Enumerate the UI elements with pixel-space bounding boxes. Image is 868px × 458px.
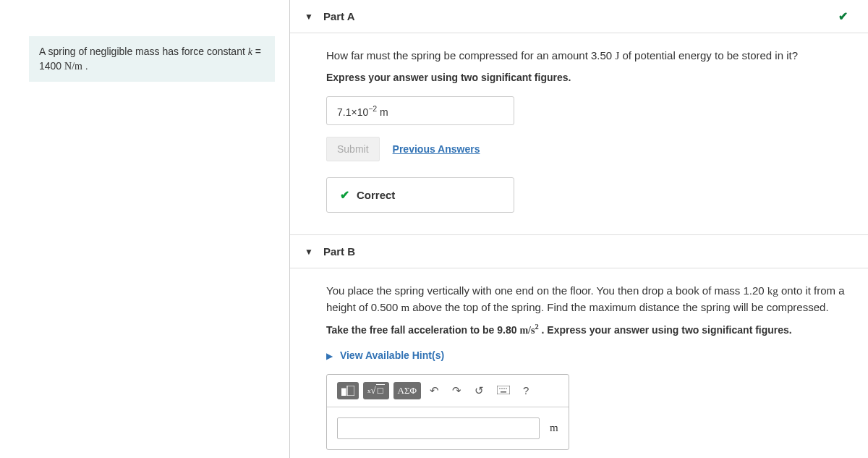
part-a-instruction: Express your answer using two significan… <box>326 72 846 83</box>
math-icon[interactable]: x√□ <box>363 382 389 399</box>
svg-rect-0 <box>341 389 346 396</box>
input-toolbar: x√□ ΑΣΦ ↶ ↷ ↺ ? <box>327 375 569 407</box>
view-hints[interactable]: ▶ View Available Hint(s) <box>326 349 846 361</box>
problem-period: . <box>82 60 88 72</box>
part-b-header[interactable]: ▼ Part B <box>290 234 868 268</box>
unit-nm: N/m <box>64 61 82 72</box>
caret-right-icon: ▶ <box>326 351 333 361</box>
svg-rect-1 <box>347 386 354 396</box>
submit-button-disabled: Submit <box>326 137 380 161</box>
svg-rect-2 <box>497 386 510 394</box>
answer-input-block: x√□ ΑΣΦ ↶ ↷ ↺ ? m <box>326 374 569 450</box>
help-icon[interactable]: ? <box>519 383 533 398</box>
part-b-question: You place the spring vertically with one… <box>326 283 846 315</box>
ans-coeff: 7.1 <box>337 106 351 117</box>
ib-pre: Take the free fall acceleration to be 9.… <box>326 324 519 336</box>
qb-post: above the top of the spring. Find the ma… <box>409 301 828 313</box>
svg-point-4 <box>501 389 503 390</box>
svg-point-5 <box>503 389 505 390</box>
ans-unit: m <box>377 106 388 117</box>
previous-answers-link[interactable]: Previous Answers <box>393 143 480 155</box>
unit-ms: m/s <box>519 325 535 336</box>
ans-exp: −2 <box>368 104 377 113</box>
unit-m: m <box>401 302 409 313</box>
part-a-answer-box: 7.1×10−2 m <box>326 96 514 126</box>
hints-label: View Available Hint(s) <box>340 349 444 361</box>
correct-feedback: ✔ Correct <box>326 177 514 213</box>
redo-icon[interactable]: ↷ <box>448 383 466 399</box>
greek-icon[interactable]: ΑΣΦ <box>393 382 421 399</box>
ib-post: . Express your answer using two signific… <box>539 324 792 336</box>
q-post: of potential energy to be stored in it? <box>619 49 798 62</box>
part-b-body: You place the spring vertically with one… <box>290 268 868 458</box>
problem-text: A spring of negligible mass has force co… <box>39 46 248 57</box>
problem-statement: A spring of negligible mass has force co… <box>29 36 275 82</box>
caret-down-icon: ▼ <box>305 12 313 22</box>
part-a-header[interactable]: ▼ Part A ✔ <box>290 0 868 33</box>
part-b-instruction: Take the free fall acceleration to be 9.… <box>326 323 846 336</box>
caret-down-icon: ▼ <box>305 247 313 257</box>
unit-kg: kg <box>767 285 778 297</box>
template-icon[interactable] <box>337 382 359 399</box>
checkmark-icon: ✔ <box>340 188 349 202</box>
svg-point-6 <box>506 389 507 390</box>
part-a-body: How far must the spring be compressed fo… <box>290 33 868 234</box>
qb-pre: You place the spring vertically with one… <box>326 284 767 297</box>
svg-point-3 <box>499 389 501 390</box>
svg-rect-7 <box>501 391 506 393</box>
part-a-question: How far must the spring be compressed fo… <box>326 48 846 64</box>
reset-icon[interactable]: ↺ <box>470 383 488 399</box>
ans-ten: ×10 <box>351 106 368 117</box>
checkmark-icon: ✔ <box>838 9 848 23</box>
undo-icon[interactable]: ↶ <box>425 383 443 399</box>
keyboard-icon[interactable] <box>493 383 514 398</box>
q-pre: How far must the spring be compressed fo… <box>326 49 615 62</box>
correct-label: Correct <box>357 189 395 201</box>
part-a-title: Part A <box>323 10 355 22</box>
answer-unit: m <box>550 422 558 434</box>
part-b-title: Part B <box>323 245 355 258</box>
answer-input[interactable] <box>337 417 540 439</box>
